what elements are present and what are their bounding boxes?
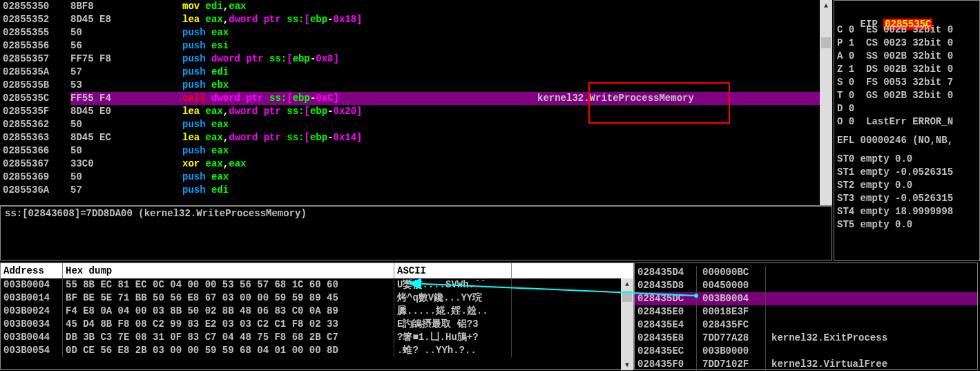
- hexdump-row[interactable]: 003B0014BF BE 5E 71 BB 50 56 E8 67 03 00…: [1, 292, 633, 305]
- fpu-row: ST5 empty 0.0: [834, 218, 979, 231]
- fpu-row: ST4 empty 18.9999998: [834, 205, 979, 218]
- scroll-up-icon[interactable]: ▲: [621, 278, 633, 289]
- flag-row: O 0 LastErr ERROR_N: [834, 115, 979, 129]
- fpu-row: ST0 empty 0.0: [834, 153, 979, 166]
- hexdump-row[interactable]: 003B003445 D4 8B F8 08 C2 99 83 E2 03 03…: [1, 318, 633, 331]
- fpu-row: ST1 empty -0.0526315: [834, 166, 979, 179]
- hex-ascii: U嬱侅....SVWh.``: [394, 278, 512, 292]
- hexdump-row[interactable]: 003B000455 8B EC 81 EC 0C 04 00 00 53 56…: [1, 278, 633, 292]
- disasm-comment: [535, 0, 832, 13]
- disassembly-pane[interactable]: 028553508BF8mov edi,eax028553528D45 E8le…: [0, 0, 832, 205]
- stack-value: 7DD7102F: [697, 358, 766, 371]
- stack-value: 00018E3F: [697, 305, 766, 318]
- disasm-scrollbar[interactable]: ▲: [820, 0, 832, 205]
- hex-bytes: BF BE 5E 71 BB 50 56 E8 67 03 00 00 59 5…: [63, 292, 394, 305]
- disasm-comment: [535, 39, 832, 53]
- disasm-comment: [535, 26, 832, 39]
- stack-address: 028435E8: [635, 332, 697, 345]
- scroll-down-icon[interactable]: ▼: [621, 359, 633, 370]
- disasm-bytes: 57: [70, 66, 182, 79]
- stack-row[interactable]: 028435E000018E3F: [635, 305, 977, 318]
- scroll-thumb[interactable]: [821, 37, 831, 48]
- stack-address: 028435E0: [635, 305, 697, 318]
- hex-ascii: 羼.....婲.婬.兝..: [394, 305, 512, 318]
- disasm-instruction: push eax: [182, 171, 535, 184]
- scroll-up-icon[interactable]: ▲: [820, 0, 832, 11]
- disasm-row[interactable]: 0285535F8D45 E0lea eax,dword ptr ss:[ebp…: [0, 105, 832, 118]
- hex-bytes: DB 3B C3 7E 08 31 0F 83 C7 04 48 75 F8 6…: [63, 331, 394, 344]
- disasm-instruction: lea eax,dword ptr ss:[ebp-0x18]: [182, 13, 535, 26]
- disasm-row[interactable]: 0285536A57push edi: [0, 184, 832, 197]
- disasm-address: 02855363: [0, 131, 70, 144]
- hexdump-row[interactable]: 003B00540D CE 56 E8 2B 03 00 00 59 59 68…: [1, 344, 633, 357]
- disasm-instruction: mov edi,eax: [182, 0, 535, 13]
- scroll-thumb[interactable]: [622, 291, 632, 302]
- stack-address: 028435DC: [635, 292, 697, 305]
- hex-bytes: 55 8B EC 81 EC 0C 04 00 00 53 56 57 68 1…: [63, 278, 394, 292]
- disasm-instruction: xor eax,eax: [182, 158, 535, 171]
- stack-row[interactable]: 028435D4000000BC: [635, 266, 977, 279]
- disasm-row[interactable]: 0285536650push eax: [0, 144, 832, 158]
- disasm-instruction: push esi: [182, 39, 535, 53]
- disasm-row[interactable]: 0285536250push eax: [0, 118, 832, 131]
- hexdump-hdr-hex: Hex dump: [63, 263, 394, 278]
- disasm-bytes: 50: [70, 26, 182, 39]
- registers-pane[interactable]: EIP 0285535C C 0 ES 002B 32bit 0P 1 CS 0…: [834, 0, 980, 261]
- stack-comment: [766, 292, 977, 305]
- stack-value: 003B0004: [697, 292, 766, 305]
- hexdump-row[interactable]: 003B0024F4 E8 0A 04 00 03 8B 50 02 8B 48…: [1, 305, 633, 318]
- stack-pane[interactable]: 028435D4000000BC028435D800450000028435DC…: [634, 263, 978, 370]
- disasm-comment: [535, 79, 832, 92]
- disasm-address: 0285535B: [0, 79, 70, 92]
- hex-address: 003B0024: [1, 305, 63, 318]
- disasm-row[interactable]: 028553528D45 E8lea eax,dword ptr ss:[ebp…: [0, 13, 832, 26]
- stack-row[interactable]: 028435DC003B0004: [635, 292, 977, 305]
- disasm-row[interactable]: 0285535656push esi: [0, 39, 832, 53]
- hex-ascii: .蜼? ..YYh.?..: [394, 344, 512, 357]
- stack-row[interactable]: 028435E4028435FC: [635, 318, 977, 332]
- disasm-row[interactable]: 0285535A57push edi: [0, 66, 832, 79]
- stack-row[interactable]: 028435F07DD7102Fkernel32.VirtualFree: [635, 358, 977, 371]
- disasm-row[interactable]: 0285535B53push ebx: [0, 79, 832, 92]
- hexdump-pane[interactable]: Address Hex dump ASCII 003B000455 8B EC …: [0, 263, 634, 370]
- disasm-comment: [535, 118, 832, 131]
- disasm-row[interactable]: 0285536733C0xor eax,eax: [0, 158, 832, 171]
- disasm-comment: [535, 158, 832, 171]
- disasm-instruction: push edi: [182, 184, 535, 197]
- disasm-bytes: 57: [70, 184, 182, 197]
- disasm-row[interactable]: 028553638D45 EClea eax,dword ptr ss:[ebp…: [0, 131, 832, 144]
- disasm-address: 02855356: [0, 39, 70, 53]
- flag-row: P 1 CS 0023 32bit 0: [834, 37, 979, 50]
- hexdump-header: Address Hex dump ASCII: [1, 263, 633, 278]
- stack-row[interactable]: 028435E87DD77A28kernel32.ExitProcess: [635, 332, 977, 345]
- stack-row[interactable]: 028435EC003B0000: [635, 345, 977, 358]
- disasm-comment: [535, 171, 832, 184]
- disasm-row[interactable]: 0285536950push eax: [0, 171, 832, 184]
- stack-comment: kernel32.ExitProcess: [766, 332, 977, 345]
- disasm-row[interactable]: 0285535CFF55 F4call dword ptr ss:[ebp-0x…: [0, 92, 832, 105]
- flag-row: C 0 ES 002B 32bit 0: [834, 23, 979, 37]
- disasm-instruction: lea eax,dword ptr ss:[ebp-0x14]: [182, 131, 535, 144]
- disasm-instruction: push eax: [182, 118, 535, 131]
- info-pane: ss:[02843608]=7DD8DA00 (kernel32.WritePr…: [0, 205, 832, 260]
- disasm-bytes: 33C0: [70, 158, 182, 171]
- stack-comment: [766, 305, 977, 318]
- disasm-address: 02855355: [0, 26, 70, 39]
- disasm-bytes: 56: [70, 39, 182, 53]
- stack-value: 00450000: [697, 279, 766, 292]
- hexdump-row[interactable]: 003B0044DB 3B C3 7E 08 31 0F 83 C7 04 48…: [1, 331, 633, 344]
- stack-address: 028435D4: [635, 266, 697, 279]
- stack-row[interactable]: 028435D800450000: [635, 279, 977, 292]
- disasm-address: 0285536A: [0, 184, 70, 197]
- hexdump-hdr-ascii: ASCII: [394, 263, 512, 278]
- disasm-row[interactable]: 028553508BF8mov edi,eax: [0, 0, 832, 13]
- disasm-row[interactable]: 02855357FF75 F8push dword ptr ss:[ebp-0x…: [0, 53, 832, 66]
- disasm-bytes: 50: [70, 144, 182, 158]
- disasm-instruction: call dword ptr ss:[ebp-0xC]: [182, 92, 535, 105]
- stack-comment: [766, 266, 977, 279]
- hexdump-scrollbar[interactable]: ▲ ▼: [621, 278, 633, 370]
- disasm-row[interactable]: 0285535550push eax: [0, 26, 832, 39]
- hexdump-hdr-address: Address: [1, 263, 63, 278]
- hex-bytes: 45 D4 8B F8 08 C2 99 83 E2 03 03 C2 C1 F…: [63, 318, 394, 331]
- fpu-row: ST3 empty -0.0526315: [834, 192, 979, 205]
